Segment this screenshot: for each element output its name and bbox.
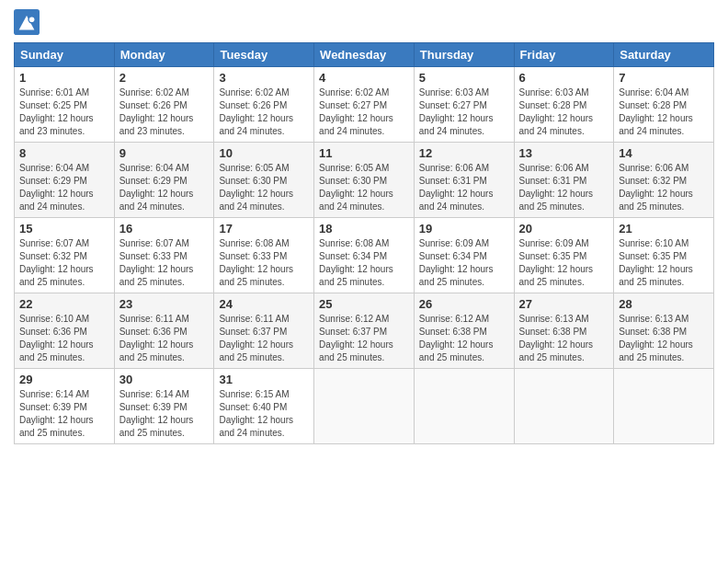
- day-info: Sunrise: 6:12 AMSunset: 6:38 PMDaylight:…: [419, 313, 509, 364]
- day-number: 27: [519, 297, 609, 311]
- week-row-1: 1Sunrise: 6:01 AMSunset: 6:25 PMDaylight…: [15, 67, 714, 143]
- day-info: Sunrise: 6:03 AMSunset: 6:27 PMDaylight:…: [419, 86, 509, 138]
- calendar-cell: 9Sunrise: 6:04 AMSunset: 6:29 PMDaylight…: [114, 143, 214, 218]
- calendar-cell: 21Sunrise: 6:10 AMSunset: 6:35 PMDayligh…: [614, 218, 714, 293]
- day-info: Sunrise: 6:01 AMSunset: 6:25 PMDaylight:…: [19, 86, 109, 138]
- calendar-cell: 3Sunrise: 6:02 AMSunset: 6:26 PMDaylight…: [214, 67, 314, 143]
- calendar-cell: 20Sunrise: 6:09 AMSunset: 6:35 PMDayligh…: [514, 218, 614, 293]
- day-number: 13: [519, 146, 609, 160]
- day-info: Sunrise: 6:11 AMSunset: 6:37 PMDaylight:…: [219, 313, 309, 364]
- calendar-cell: 26Sunrise: 6:12 AMSunset: 6:38 PMDayligh…: [414, 293, 514, 369]
- day-number: 10: [219, 146, 309, 160]
- logo: [14, 9, 43, 35]
- calendar-cell: 22Sunrise: 6:10 AMSunset: 6:36 PMDayligh…: [15, 293, 115, 369]
- calendar-cell: 5Sunrise: 6:03 AMSunset: 6:27 PMDaylight…: [414, 67, 514, 143]
- day-info: Sunrise: 6:06 AMSunset: 6:32 PMDaylight:…: [619, 162, 709, 213]
- day-info: Sunrise: 6:07 AMSunset: 6:32 PMDaylight:…: [19, 237, 109, 289]
- day-info: Sunrise: 6:11 AMSunset: 6:36 PMDaylight:…: [119, 313, 210, 364]
- calendar-table: SundayMondayTuesdayWednesdayThursdayFrid…: [14, 42, 714, 444]
- day-info: Sunrise: 6:04 AMSunset: 6:29 PMDaylight:…: [19, 162, 109, 213]
- calendar-cell: 10Sunrise: 6:05 AMSunset: 6:30 PMDayligh…: [214, 143, 314, 218]
- calendar-cell: [514, 369, 614, 444]
- weekday-saturday: Saturday: [614, 43, 714, 67]
- calendar-cell: 23Sunrise: 6:11 AMSunset: 6:36 PMDayligh…: [114, 293, 214, 369]
- weekday-tuesday: Tuesday: [214, 43, 314, 67]
- day-number: 9: [119, 146, 210, 160]
- calendar-cell: 29Sunrise: 6:14 AMSunset: 6:39 PMDayligh…: [15, 369, 115, 444]
- day-info: Sunrise: 6:10 AMSunset: 6:36 PMDaylight:…: [19, 313, 109, 364]
- day-number: 12: [419, 146, 509, 160]
- weekday-header-row: SundayMondayTuesdayWednesdayThursdayFrid…: [15, 43, 714, 67]
- day-number: 30: [119, 373, 210, 386]
- day-number: 26: [419, 297, 509, 311]
- day-info: Sunrise: 6:14 AMSunset: 6:39 PMDaylight:…: [119, 388, 210, 440]
- day-number: 23: [119, 297, 210, 311]
- day-info: Sunrise: 6:08 AMSunset: 6:33 PMDaylight:…: [219, 237, 309, 289]
- day-info: Sunrise: 6:05 AMSunset: 6:30 PMDaylight:…: [219, 162, 309, 213]
- calendar-cell: 18Sunrise: 6:08 AMSunset: 6:34 PMDayligh…: [314, 218, 415, 293]
- calendar-cell: 12Sunrise: 6:06 AMSunset: 6:31 PMDayligh…: [414, 143, 514, 218]
- svg-point-3: [29, 17, 35, 22]
- day-number: 16: [119, 222, 210, 236]
- day-number: 22: [19, 297, 109, 311]
- header: [14, 9, 714, 35]
- day-info: Sunrise: 6:14 AMSunset: 6:39 PMDaylight:…: [19, 388, 109, 440]
- calendar-cell: 17Sunrise: 6:08 AMSunset: 6:33 PMDayligh…: [214, 218, 314, 293]
- day-info: Sunrise: 6:06 AMSunset: 6:31 PMDaylight:…: [519, 162, 609, 213]
- day-info: Sunrise: 6:02 AMSunset: 6:26 PMDaylight:…: [219, 86, 309, 138]
- calendar-cell: 11Sunrise: 6:05 AMSunset: 6:30 PMDayligh…: [314, 143, 415, 218]
- day-info: Sunrise: 6:13 AMSunset: 6:38 PMDaylight:…: [619, 313, 709, 364]
- day-info: Sunrise: 6:09 AMSunset: 6:34 PMDaylight:…: [419, 237, 509, 289]
- day-info: Sunrise: 6:02 AMSunset: 6:27 PMDaylight:…: [319, 86, 409, 138]
- day-number: 7: [619, 71, 709, 85]
- calendar-cell: 4Sunrise: 6:02 AMSunset: 6:27 PMDaylight…: [314, 67, 415, 143]
- day-number: 28: [619, 297, 709, 311]
- day-number: 20: [519, 222, 609, 236]
- calendar-cell: 8Sunrise: 6:04 AMSunset: 6:29 PMDaylight…: [15, 143, 115, 218]
- weekday-thursday: Thursday: [414, 43, 514, 67]
- calendar-cell: 6Sunrise: 6:03 AMSunset: 6:28 PMDaylight…: [514, 67, 614, 143]
- calendar-cell: [414, 369, 514, 444]
- weekday-sunday: Sunday: [15, 43, 115, 67]
- logo-icon: [14, 9, 40, 35]
- day-info: Sunrise: 6:04 AMSunset: 6:28 PMDaylight:…: [619, 86, 709, 138]
- day-info: Sunrise: 6:05 AMSunset: 6:30 PMDaylight:…: [319, 162, 409, 213]
- day-number: 1: [19, 71, 109, 85]
- day-number: 18: [319, 222, 409, 236]
- calendar-cell: 30Sunrise: 6:14 AMSunset: 6:39 PMDayligh…: [114, 369, 214, 444]
- page: SundayMondayTuesdayWednesdayThursdayFrid…: [0, 0, 728, 563]
- calendar-cell: 2Sunrise: 6:02 AMSunset: 6:26 PMDaylight…: [114, 67, 214, 143]
- day-number: 11: [319, 146, 409, 160]
- calendar-cell: 31Sunrise: 6:15 AMSunset: 6:40 PMDayligh…: [214, 369, 314, 444]
- week-row-4: 22Sunrise: 6:10 AMSunset: 6:36 PMDayligh…: [15, 293, 714, 369]
- calendar-cell: 16Sunrise: 6:07 AMSunset: 6:33 PMDayligh…: [114, 218, 214, 293]
- weekday-monday: Monday: [114, 43, 214, 67]
- week-row-3: 15Sunrise: 6:07 AMSunset: 6:32 PMDayligh…: [15, 218, 714, 293]
- day-info: Sunrise: 6:06 AMSunset: 6:31 PMDaylight:…: [419, 162, 509, 213]
- week-row-2: 8Sunrise: 6:04 AMSunset: 6:29 PMDaylight…: [15, 143, 714, 218]
- day-number: 4: [319, 71, 409, 85]
- day-info: Sunrise: 6:13 AMSunset: 6:38 PMDaylight:…: [519, 313, 609, 364]
- day-number: 17: [219, 222, 309, 236]
- day-number: 15: [19, 222, 109, 236]
- day-number: 5: [419, 71, 509, 85]
- day-info: Sunrise: 6:04 AMSunset: 6:29 PMDaylight:…: [119, 162, 210, 213]
- calendar-cell: 14Sunrise: 6:06 AMSunset: 6:32 PMDayligh…: [614, 143, 714, 218]
- calendar-cell: 28Sunrise: 6:13 AMSunset: 6:38 PMDayligh…: [614, 293, 714, 369]
- day-info: Sunrise: 6:02 AMSunset: 6:26 PMDaylight:…: [119, 86, 210, 138]
- day-info: Sunrise: 6:03 AMSunset: 6:28 PMDaylight:…: [519, 86, 609, 138]
- day-info: Sunrise: 6:10 AMSunset: 6:35 PMDaylight:…: [619, 237, 709, 289]
- calendar-cell: 24Sunrise: 6:11 AMSunset: 6:37 PMDayligh…: [214, 293, 314, 369]
- calendar-cell: 1Sunrise: 6:01 AMSunset: 6:25 PMDaylight…: [15, 67, 115, 143]
- day-info: Sunrise: 6:15 AMSunset: 6:40 PMDaylight:…: [219, 388, 309, 440]
- day-number: 25: [319, 297, 409, 311]
- calendar-cell: 7Sunrise: 6:04 AMSunset: 6:28 PMDaylight…: [614, 67, 714, 143]
- day-number: 3: [219, 71, 309, 85]
- day-number: 21: [619, 222, 709, 236]
- day-number: 19: [419, 222, 509, 236]
- week-row-5: 29Sunrise: 6:14 AMSunset: 6:39 PMDayligh…: [15, 369, 714, 444]
- weekday-friday: Friday: [514, 43, 614, 67]
- day-number: 2: [119, 71, 210, 85]
- calendar-cell: 15Sunrise: 6:07 AMSunset: 6:32 PMDayligh…: [15, 218, 115, 293]
- day-number: 8: [19, 146, 109, 160]
